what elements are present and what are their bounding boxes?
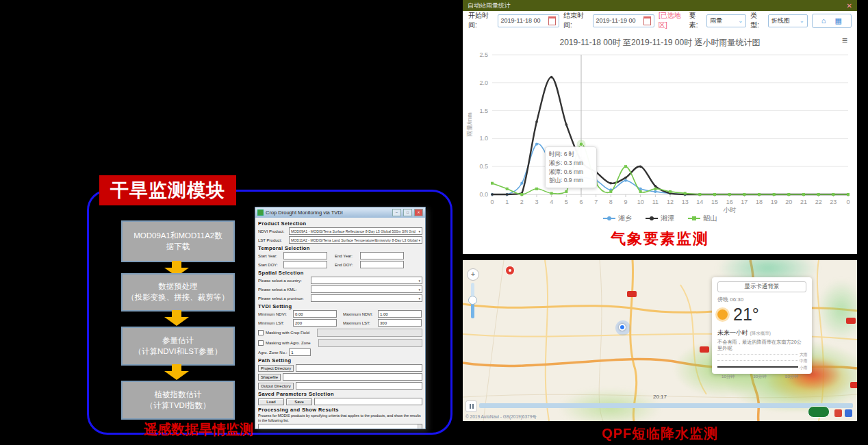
chevron-down-icon: ▾: [418, 229, 420, 233]
chart-menu-icon[interactable]: ≡: [842, 36, 847, 45]
selected-region-link[interactable]: [已选地区]: [659, 11, 685, 30]
saved-params-field[interactable]: [314, 398, 422, 405]
weather-popup-card: 显示卡通背景 傍晚 06:30 21° 未来一小时 (降水概率) 不会有雨，最近…: [712, 277, 812, 374]
chart-grid: 0.00.51.01.52.02.5: [479, 51, 848, 198]
chart-tooltip: 时间: 6 时 湘乡: 0.3 mm 湘潭: 0.6 mm 韶山: 0.9 mm: [545, 147, 597, 188]
start-doy-input[interactable]: [283, 261, 327, 268]
layer-toggle-icon[interactable]: [834, 409, 842, 417]
project-directory-button[interactable]: Project Directory: [258, 365, 294, 372]
calendar-icon[interactable]: [643, 16, 651, 25]
module-title: 干旱监测模块: [99, 175, 236, 205]
svg-text:2.0: 2.0: [479, 79, 488, 86]
max-ndvi-input[interactable]: 1.00: [378, 310, 422, 318]
close-icon[interactable]: ✕: [847, 2, 852, 10]
ndvi-product-select[interactable]: MOD09A1 - MODIS/Terra Surface Reflectanc…: [289, 227, 422, 235]
legend-item-xiangtan[interactable]: 湘潭: [646, 214, 674, 223]
load-button[interactable]: Load: [258, 398, 284, 405]
project-directory-field[interactable]: [296, 364, 422, 372]
start-year-input[interactable]: [283, 252, 327, 259]
shapefile-field[interactable]: [283, 373, 422, 381]
flow-step-download: MOD09A1和MOD11A2数 据下载: [121, 220, 235, 262]
popup-time: 傍晚 06:30: [717, 296, 806, 303]
legend-item-xiangxiang[interactable]: 湘乡: [603, 214, 632, 223]
minimize-button[interactable]: –: [392, 209, 401, 216]
svg-text:13: 13: [682, 199, 689, 205]
end-year-label: End Year:: [335, 254, 358, 258]
road-shield-icon: [627, 291, 637, 297]
close-button[interactable]: ✕: [414, 209, 423, 216]
chart-axes: 012345678910111213141516171819202122230小…: [466, 112, 850, 214]
start-time-input[interactable]: 2019-11-18 00: [498, 14, 559, 27]
lst-product-select[interactable]: MOD11A2 - MODIS/Terra Land Surface Tempe…: [289, 236, 422, 244]
svg-text:0: 0: [490, 199, 494, 205]
rain-stats-window: 自动站雨量统计 ✕ 开始时间: 2019-11-18 00 结束时间: 2019…: [463, 0, 857, 254]
output-directory-button[interactable]: Output Directory: [258, 383, 294, 390]
type-label: 类型:: [750, 11, 763, 30]
end-doy-input[interactable]: [360, 261, 404, 268]
kml-label: Please select a KML:: [258, 288, 309, 292]
qpf-map-panel[interactable]: + 显示卡通背景 傍晚 06:30 21° 未来一小时 (降水概率) 不会有雨，…: [463, 260, 857, 421]
agro-no-input[interactable]: 1: [289, 348, 311, 356]
zoom-slider-handle[interactable]: [468, 296, 477, 305]
country-select[interactable]: ▾: [311, 277, 422, 284]
results-listbox[interactable]: [258, 424, 422, 430]
svg-text:5: 5: [565, 199, 568, 205]
legend-marker-icon: [646, 218, 658, 219]
lst-product-value: MOD11A2 - MODIS/Terra Land Surface Tempe…: [291, 238, 418, 242]
cartoon-background-button[interactable]: 显示卡通背景: [717, 281, 806, 292]
timeline-track[interactable]: [479, 403, 853, 408]
svg-text:12: 12: [667, 199, 674, 205]
traffic-toggle-icon[interactable]: [845, 409, 852, 417]
next-hour-label: 未来一小时: [717, 329, 748, 336]
save-button[interactable]: Save: [286, 398, 312, 405]
mask-crop-checkbox[interactable]: [258, 330, 264, 335]
amap-logo[interactable]: [808, 406, 830, 418]
svg-text:雨量/mm: 雨量/mm: [466, 112, 473, 137]
data-view-icon[interactable]: ▦: [834, 16, 841, 25]
mask-agro-checkbox[interactable]: [258, 340, 264, 346]
station-marker-icon[interactable]: [505, 266, 515, 275]
maximize-button[interactable]: □: [403, 209, 412, 216]
province-select[interactable]: ▾: [311, 294, 422, 302]
end-time-input[interactable]: 2019-11-19 00: [593, 14, 654, 27]
province-label: Please select a province:: [258, 296, 309, 301]
timeline-timestamp: 20:17: [463, 394, 857, 400]
kml-select[interactable]: ▾: [311, 285, 422, 293]
chevron-down-icon: ▾: [418, 238, 420, 242]
vertical-scrollbar[interactable]: [418, 424, 422, 430]
max-lst-input[interactable]: 300: [378, 319, 422, 327]
flow-step-text: （投影变换、拼接、裁剪等）: [123, 292, 233, 303]
pause-button[interactable]: [465, 400, 477, 412]
window-titlebar[interactable]: 自动站雨量统计 ✕: [463, 0, 857, 11]
current-location-dot: [615, 320, 630, 335]
tooltip-line: 湘乡: 0.3 mm: [549, 159, 593, 168]
start-year-label: Start Year:: [258, 254, 281, 258]
calendar-icon[interactable]: [548, 16, 556, 25]
element-select[interactable]: 雨量 ⌄: [706, 14, 746, 27]
flow-step-text: 据下载: [123, 242, 233, 253]
precip-mini-chart: 大雨 中雨 小雨 10分钟 30分钟 50分钟: [717, 354, 806, 380]
temperature-value: 21°: [733, 305, 759, 325]
zoom-in-button[interactable]: +: [467, 268, 479, 281]
svg-text:6: 6: [579, 199, 583, 205]
shapefile-button[interactable]: Shapefile: [258, 374, 281, 381]
start-doy-label: Start DOY:: [258, 263, 281, 267]
min-ndvi-label: Minimum NDVI:: [258, 312, 291, 316]
mask-agro-label: Masking with Agro. Zone: [266, 341, 311, 345]
start-time-value: 2019-11-18 00: [501, 17, 541, 24]
svg-text:8: 8: [609, 199, 613, 205]
output-directory-field[interactable]: [296, 382, 422, 390]
legend-item-shaoshan[interactable]: 韶山: [688, 214, 717, 223]
svg-text:22: 22: [815, 199, 822, 205]
export-image-icon[interactable]: ⌂: [821, 16, 826, 25]
rainfall-line-chart: 0.00.51.01.52.02.50123456789101112131415…: [465, 47, 855, 214]
min-lst-input[interactable]: 200: [293, 319, 337, 327]
svg-text:15: 15: [711, 199, 718, 205]
svg-text:19: 19: [771, 199, 778, 205]
type-select[interactable]: 折线图 ⌄: [768, 14, 808, 27]
end-time-value: 2019-11-19 00: [596, 17, 636, 24]
start-time-label: 开始时间:: [468, 11, 494, 30]
app-titlebar[interactable]: Crop Drought Monitoring via TVDI – □ ✕: [255, 207, 425, 218]
min-ndvi-input[interactable]: 0.00: [293, 310, 337, 318]
end-year-input[interactable]: [360, 252, 404, 259]
